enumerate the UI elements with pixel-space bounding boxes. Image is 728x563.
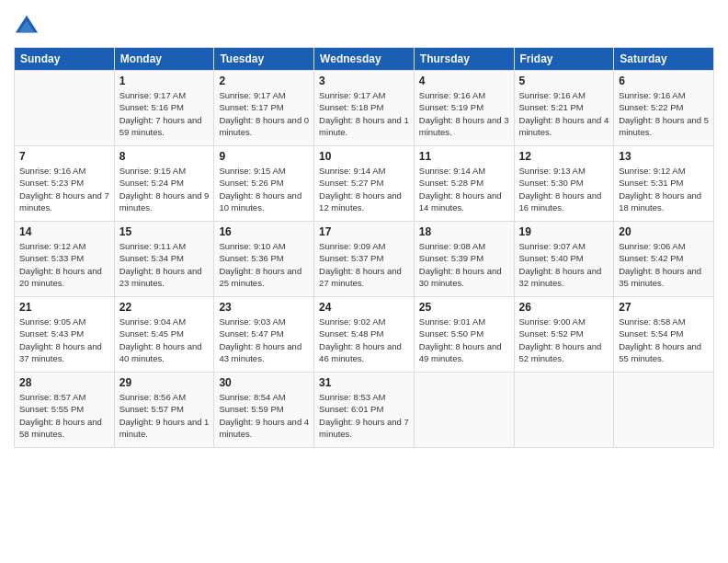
day-number: 26 (519, 301, 609, 314)
calendar-cell: 11Sunrise: 9:14 AMSunset: 5:28 PMDayligh… (414, 146, 514, 222)
calendar-cell: 10Sunrise: 9:14 AMSunset: 5:27 PMDayligh… (314, 146, 415, 222)
day-number: 7 (19, 150, 109, 163)
calendar-cell: 8Sunrise: 9:15 AMSunset: 5:24 PMDaylight… (114, 146, 214, 222)
day-number: 14 (19, 225, 109, 238)
week-row-4: 28Sunrise: 8:57 AMSunset: 5:55 PMDayligh… (15, 373, 714, 448)
day-number: 27 (619, 301, 709, 314)
day-number: 8 (119, 150, 210, 163)
week-row-0: 1Sunrise: 9:17 AMSunset: 5:16 PMDaylight… (15, 71, 714, 146)
calendar-cell: 14Sunrise: 9:12 AMSunset: 5:33 PMDayligh… (15, 222, 115, 297)
calendar-cell (15, 71, 115, 146)
calendar-cell: 25Sunrise: 9:01 AMSunset: 5:50 PMDayligh… (414, 297, 514, 373)
calendar-cell: 19Sunrise: 9:07 AMSunset: 5:40 PMDayligh… (514, 222, 614, 297)
cell-content: Sunrise: 8:58 AMSunset: 5:54 PMDaylight:… (619, 316, 709, 364)
cell-content: Sunrise: 9:11 AMSunset: 5:34 PMDaylight:… (119, 240, 210, 289)
calendar-cell: 9Sunrise: 9:15 AMSunset: 5:26 PMDaylight… (214, 146, 314, 222)
cell-content: Sunrise: 9:01 AMSunset: 5:50 PMDaylight:… (419, 316, 509, 364)
cell-content: Sunrise: 9:06 AMSunset: 5:42 PMDaylight:… (619, 240, 709, 289)
day-number: 11 (419, 150, 509, 163)
day-number: 10 (319, 150, 409, 163)
calendar-cell: 23Sunrise: 9:03 AMSunset: 5:47 PMDayligh… (214, 297, 314, 373)
cell-content: Sunrise: 9:03 AMSunset: 5:47 PMDaylight:… (219, 316, 309, 364)
cell-content: Sunrise: 9:15 AMSunset: 5:24 PMDaylight:… (119, 165, 210, 213)
calendar-cell: 26Sunrise: 9:00 AMSunset: 5:52 PMDayligh… (514, 297, 614, 373)
column-header-saturday: Saturday (614, 48, 714, 71)
calendar-table: SundayMondayTuesdayWednesdayThursdayFrid… (14, 47, 714, 448)
cell-content: Sunrise: 9:05 AMSunset: 5:43 PMDaylight:… (19, 316, 109, 364)
day-number: 29 (119, 376, 210, 389)
cell-content: Sunrise: 9:07 AMSunset: 5:40 PMDaylight:… (519, 240, 609, 289)
column-header-sunday: Sunday (15, 48, 115, 71)
calendar-cell: 31Sunrise: 8:53 AMSunset: 6:01 PMDayligh… (314, 373, 415, 448)
day-number: 23 (219, 301, 309, 314)
calendar-cell: 29Sunrise: 8:56 AMSunset: 5:57 PMDayligh… (114, 373, 214, 448)
day-number: 2 (219, 75, 309, 87)
day-number: 30 (219, 376, 309, 389)
day-number: 13 (619, 150, 709, 163)
day-number: 22 (119, 301, 210, 314)
cell-content: Sunrise: 9:17 AMSunset: 5:18 PMDaylight:… (319, 89, 409, 138)
calendar-cell: 24Sunrise: 9:02 AMSunset: 5:48 PMDayligh… (314, 297, 415, 373)
header (14, 9, 714, 40)
day-number: 1 (119, 75, 210, 87)
day-number: 19 (519, 225, 609, 238)
cell-content: Sunrise: 8:53 AMSunset: 6:01 PMDaylight:… (319, 391, 409, 440)
calendar-cell: 2Sunrise: 9:17 AMSunset: 5:17 PMDaylight… (214, 71, 314, 146)
day-number: 17 (319, 225, 409, 238)
day-number: 20 (619, 225, 709, 238)
calendar-cell: 12Sunrise: 9:13 AMSunset: 5:30 PMDayligh… (514, 146, 614, 222)
calendar-cell: 4Sunrise: 9:16 AMSunset: 5:19 PMDaylight… (414, 71, 514, 146)
calendar-cell: 15Sunrise: 9:11 AMSunset: 5:34 PMDayligh… (114, 222, 214, 297)
calendar-cell: 30Sunrise: 8:54 AMSunset: 5:59 PMDayligh… (214, 373, 314, 448)
day-number: 9 (219, 150, 309, 163)
cell-content: Sunrise: 8:56 AMSunset: 5:57 PMDaylight:… (119, 391, 210, 440)
calendar-cell: 16Sunrise: 9:10 AMSunset: 5:36 PMDayligh… (214, 222, 314, 297)
day-number: 16 (219, 225, 309, 238)
cell-content: Sunrise: 9:17 AMSunset: 5:16 PMDaylight:… (119, 89, 210, 138)
cell-content: Sunrise: 9:16 AMSunset: 5:23 PMDaylight:… (19, 165, 109, 213)
calendar-cell: 22Sunrise: 9:04 AMSunset: 5:45 PMDayligh… (114, 297, 214, 373)
calendar-cell: 20Sunrise: 9:06 AMSunset: 5:42 PMDayligh… (614, 222, 714, 297)
cell-content: Sunrise: 9:08 AMSunset: 5:39 PMDaylight:… (419, 240, 509, 289)
week-row-3: 21Sunrise: 9:05 AMSunset: 5:43 PMDayligh… (15, 297, 714, 373)
cell-content: Sunrise: 9:16 AMSunset: 5:19 PMDaylight:… (419, 89, 509, 138)
calendar-cell: 28Sunrise: 8:57 AMSunset: 5:55 PMDayligh… (15, 373, 115, 448)
cell-content: Sunrise: 9:17 AMSunset: 5:17 PMDaylight:… (219, 89, 309, 138)
day-number: 15 (119, 225, 210, 238)
day-number: 3 (319, 75, 409, 87)
column-header-wednesday: Wednesday (314, 48, 415, 71)
day-number: 21 (19, 301, 109, 314)
calendar-cell: 17Sunrise: 9:09 AMSunset: 5:37 PMDayligh… (314, 222, 415, 297)
cell-content: Sunrise: 9:09 AMSunset: 5:37 PMDaylight:… (319, 240, 409, 289)
calendar-cell: 5Sunrise: 9:16 AMSunset: 5:21 PMDaylight… (514, 71, 614, 146)
cell-content: Sunrise: 8:54 AMSunset: 5:59 PMDaylight:… (219, 391, 309, 440)
day-number: 6 (619, 75, 709, 87)
calendar-cell (614, 373, 714, 448)
cell-content: Sunrise: 9:12 AMSunset: 5:31 PMDaylight:… (619, 165, 709, 213)
day-number: 12 (519, 150, 609, 163)
day-number: 5 (519, 75, 609, 87)
cell-content: Sunrise: 9:16 AMSunset: 5:22 PMDaylight:… (619, 89, 709, 138)
column-header-thursday: Thursday (414, 48, 514, 71)
calendar-cell: 21Sunrise: 9:05 AMSunset: 5:43 PMDayligh… (15, 297, 115, 373)
cell-content: Sunrise: 9:13 AMSunset: 5:30 PMDaylight:… (519, 165, 609, 213)
column-header-monday: Monday (114, 48, 214, 71)
week-row-2: 14Sunrise: 9:12 AMSunset: 5:33 PMDayligh… (15, 222, 714, 297)
cell-content: Sunrise: 9:00 AMSunset: 5:52 PMDaylight:… (519, 316, 609, 364)
column-header-tuesday: Tuesday (214, 48, 314, 71)
calendar-cell: 6Sunrise: 9:16 AMSunset: 5:22 PMDaylight… (614, 71, 714, 146)
day-number: 24 (319, 301, 409, 314)
calendar-cell: 7Sunrise: 9:16 AMSunset: 5:23 PMDaylight… (15, 146, 115, 222)
cell-content: Sunrise: 9:02 AMSunset: 5:48 PMDaylight:… (319, 316, 409, 364)
day-number: 25 (419, 301, 509, 314)
cell-content: Sunrise: 9:12 AMSunset: 5:33 PMDaylight:… (19, 240, 109, 289)
column-header-friday: Friday (514, 48, 614, 71)
week-row-1: 7Sunrise: 9:16 AMSunset: 5:23 PMDaylight… (15, 146, 714, 222)
day-number: 28 (19, 376, 109, 389)
logo-icon (14, 14, 40, 40)
cell-content: Sunrise: 8:57 AMSunset: 5:55 PMDaylight:… (19, 391, 109, 440)
main-container: SundayMondayTuesdayWednesdayThursdayFrid… (0, 0, 728, 457)
cell-content: Sunrise: 9:10 AMSunset: 5:36 PMDaylight:… (219, 240, 309, 289)
cell-content: Sunrise: 9:04 AMSunset: 5:45 PMDaylight:… (119, 316, 210, 364)
header-row: SundayMondayTuesdayWednesdayThursdayFrid… (15, 48, 714, 71)
